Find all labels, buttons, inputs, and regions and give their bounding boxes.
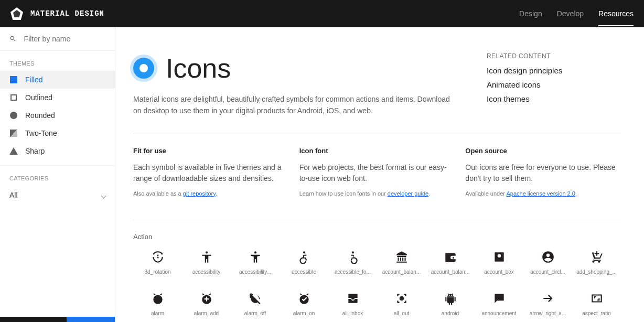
outlined-square-icon <box>9 93 18 102</box>
icon-caption: all_out <box>394 310 409 316</box>
theme-filled[interactable]: Filled <box>0 71 115 89</box>
aspect_ratio-icon <box>590 292 604 305</box>
icon-all_out[interactable]: all_out <box>377 292 426 316</box>
dev-guide-link[interactable]: developer guide <box>388 190 428 197</box>
feature-fine: Also available as a git repository. <box>133 189 289 198</box>
nav-develop[interactable]: Develop <box>557 1 584 26</box>
chevron-down-icon <box>102 191 105 199</box>
icon-alarm_add[interactable]: alarm_add <box>182 292 231 316</box>
icon-caption: accessibility... <box>239 269 271 275</box>
account_balan...-icon <box>444 250 457 264</box>
search-input[interactable] <box>24 35 105 43</box>
theme-twotone[interactable]: Two-Tone <box>0 124 115 142</box>
3d_rotation-icon <box>151 250 165 264</box>
page-title: Icons <box>166 52 231 84</box>
alarm_add-icon <box>200 292 213 305</box>
license-link[interactable]: Apache license version 2.0 <box>506 190 575 197</box>
announcement-icon <box>492 292 506 305</box>
feature-fine: Learn how to use icon fonts in our devel… <box>299 189 455 198</box>
alarm_off-icon <box>249 292 262 305</box>
feature-title: Icon font <box>299 147 455 155</box>
icon-caption: arrow_right_a... <box>530 310 566 316</box>
feature-fine: Available under Apache license version 2… <box>465 189 621 198</box>
feature-body: Each symbol is available in five themes … <box>133 162 289 184</box>
icon-alarm[interactable]: alarm <box>133 292 182 316</box>
accessibility-icon <box>200 250 213 264</box>
all_out-icon <box>395 292 409 305</box>
android-icon <box>444 292 457 305</box>
icon-account_balan-[interactable]: account_balan... <box>377 250 426 275</box>
account_balan...-icon <box>395 250 409 264</box>
all_inbox-icon <box>346 292 360 305</box>
top-nav: Design Develop Resources <box>519 1 634 26</box>
features: Fit for use Each symbol is available in … <box>133 147 621 203</box>
icon-accessibility[interactable]: accessibility <box>182 250 231 275</box>
icon-account_balan-[interactable]: account_balan... <box>426 250 475 275</box>
icon-accessibility-[interactable]: accessibility... <box>231 250 280 275</box>
icon-account_box[interactable]: account_box <box>475 250 523 275</box>
feature-title: Fit for use <box>133 147 289 155</box>
account_box-icon <box>492 250 506 264</box>
related-content: RELATED CONTENT Icon design principles A… <box>487 52 628 117</box>
icon-aspect_ratio[interactable]: aspect_ratio <box>572 292 621 316</box>
icon-caption: announcement <box>481 310 516 316</box>
feature-title: Open source <box>465 147 621 155</box>
hero-badge-icon <box>133 58 154 79</box>
icon-arrow_right_a-[interactable]: arrow_right_a... <box>523 292 572 316</box>
icon-caption: accessibility <box>192 269 220 275</box>
icon-account_circl-[interactable]: account_circl... <box>523 250 572 275</box>
themes-label: THEMES <box>0 51 115 71</box>
sidebar: THEMES Filled Outlined Rounded Two-Tone … <box>0 27 115 322</box>
search-icon <box>9 35 17 43</box>
accessibility...-icon <box>249 250 262 264</box>
icon-caption: all_inbox <box>342 310 363 316</box>
icon-accessible[interactable]: accessible <box>280 250 328 275</box>
icon-caption: account_balan... <box>431 269 469 275</box>
icon-caption: add_shopping_... <box>576 269 617 275</box>
icon-caption: alarm_on <box>293 310 315 316</box>
theme-outlined[interactable]: Outlined <box>0 89 115 106</box>
related-link[interactable]: Icon design principles <box>487 66 628 75</box>
icon-all_inbox[interactable]: all_inbox <box>328 292 377 316</box>
topbar: MATERIAL DESIGN Design Develop Resources <box>0 0 644 27</box>
alarm_on-icon <box>297 292 311 305</box>
feature-body: For web projects, the best format is our… <box>299 162 455 184</box>
nav-design[interactable]: Design <box>519 1 542 26</box>
icon-caption: account_circl... <box>530 269 565 275</box>
icon-caption: account_box <box>484 269 514 275</box>
icon-android[interactable]: android <box>426 292 475 316</box>
account_circl...-icon <box>541 250 555 264</box>
icon-caption: aspect_ratio <box>582 310 610 316</box>
related-link[interactable]: Icon themes <box>487 94 628 103</box>
feature-body: Our icons are free for everyone to use. … <box>465 162 621 184</box>
icon-alarm_off[interactable]: alarm_off <box>231 292 280 316</box>
theme-rounded[interactable]: Rounded <box>0 106 115 124</box>
icon-caption: alarm_off <box>244 310 266 316</box>
icon-announcement[interactable]: announcement <box>475 292 523 316</box>
accessible-icon <box>297 250 311 264</box>
alarm-icon <box>151 292 165 305</box>
nav-resources[interactable]: Resources <box>598 1 634 26</box>
icon-add_shopping_-[interactable]: add_shopping_... <box>572 250 621 275</box>
related-link[interactable]: Animated icons <box>487 80 628 89</box>
twotone-square-icon <box>9 129 18 137</box>
brand-name: MATERIAL DESIGN <box>30 9 104 18</box>
search-field[interactable] <box>0 27 115 51</box>
categories-label: CATEGORIES <box>0 166 115 186</box>
grid-section-label: Action <box>133 233 628 241</box>
icon-3d_rotation[interactable]: 3d_rotation <box>133 250 182 275</box>
icon-accessible_fo-[interactable]: accessible_fo... <box>328 250 377 275</box>
category-select[interactable]: All <box>0 186 115 205</box>
icon-caption: accessible_fo... <box>335 269 371 275</box>
circle-icon <box>9 111 18 120</box>
sidebar-footer <box>0 317 115 322</box>
icon-caption: alarm <box>151 310 164 316</box>
page-subtitle: Material icons are delightful, beautiful… <box>133 93 458 117</box>
logo-icon <box>10 7 23 20</box>
icon-grid: 3d_rotationaccessibilityaccessibility...… <box>133 250 621 322</box>
icon-alarm_on[interactable]: alarm_on <box>280 292 328 316</box>
theme-sharp[interactable]: Sharp <box>0 142 115 160</box>
icon-caption: accessible <box>292 269 316 275</box>
git-repo-link[interactable]: git repository <box>183 190 216 197</box>
icon-caption: android <box>442 310 459 316</box>
